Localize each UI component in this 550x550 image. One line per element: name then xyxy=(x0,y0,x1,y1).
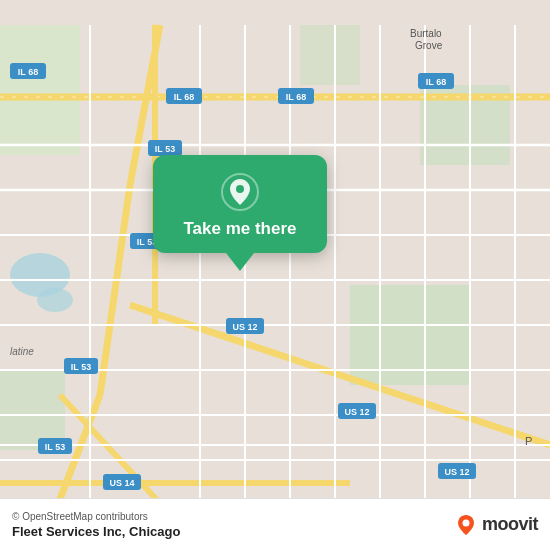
svg-rect-1 xyxy=(0,25,80,155)
location-name: Fleet Services Inc, Chicago xyxy=(12,524,180,539)
svg-rect-7 xyxy=(300,25,360,85)
svg-text:US 12: US 12 xyxy=(344,407,369,417)
svg-point-66 xyxy=(462,519,469,526)
bottom-left-info: © OpenStreetMap contributors Fleet Servi… xyxy=(12,511,180,539)
svg-text:IL 53: IL 53 xyxy=(45,442,65,452)
bottom-bar: © OpenStreetMap contributors Fleet Servi… xyxy=(0,498,550,550)
svg-text:US 12: US 12 xyxy=(232,322,257,332)
svg-text:IL 68: IL 68 xyxy=(174,92,194,102)
svg-text:Grove: Grove xyxy=(415,40,443,51)
svg-text:US 14: US 14 xyxy=(109,478,134,488)
svg-text:IL 53: IL 53 xyxy=(71,362,91,372)
svg-text:IL 68: IL 68 xyxy=(286,92,306,102)
svg-text:Burtalo: Burtalo xyxy=(410,28,442,39)
moovit-text: moovit xyxy=(482,514,538,535)
moovit-pin-icon xyxy=(454,513,478,537)
svg-text:IL 68: IL 68 xyxy=(426,77,446,87)
moovit-logo: moovit xyxy=(454,513,538,537)
callout-pointer xyxy=(226,253,254,271)
callout-box[interactable]: Take me there xyxy=(153,155,326,253)
svg-text:US 12: US 12 xyxy=(444,467,469,477)
osm-attribution: © OpenStreetMap contributors xyxy=(12,511,180,522)
svg-point-65 xyxy=(236,185,244,193)
map-container: IL 68 IL 68 IL 68 IL 68 IL 53 IL 53 IL 5… xyxy=(0,0,550,550)
take-me-there-callout[interactable]: Take me there xyxy=(130,155,350,271)
location-pin-icon xyxy=(221,173,259,211)
svg-text:latine: latine xyxy=(10,346,34,357)
svg-point-6 xyxy=(37,288,73,312)
svg-text:IL 68: IL 68 xyxy=(18,67,38,77)
svg-text:IL 53: IL 53 xyxy=(155,144,175,154)
callout-label: Take me there xyxy=(183,219,296,239)
svg-text:P: P xyxy=(525,435,532,447)
